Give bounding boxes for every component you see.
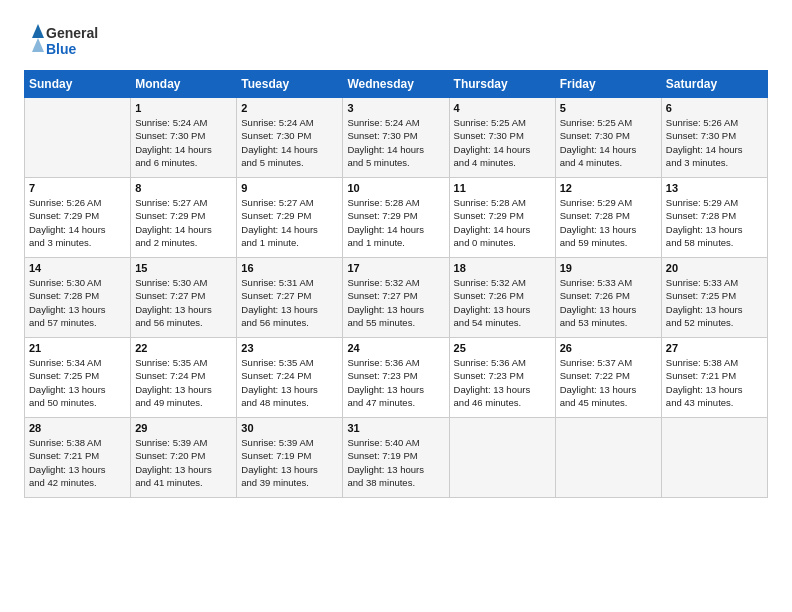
calendar-cell: 6Sunrise: 5:26 AM Sunset: 7:30 PM Daylig… bbox=[661, 98, 767, 178]
day-info: Sunrise: 5:35 AM Sunset: 7:24 PM Dayligh… bbox=[241, 356, 338, 409]
calendar-cell: 5Sunrise: 5:25 AM Sunset: 7:30 PM Daylig… bbox=[555, 98, 661, 178]
calendar-week-row: 7Sunrise: 5:26 AM Sunset: 7:29 PM Daylig… bbox=[25, 178, 768, 258]
day-info: Sunrise: 5:33 AM Sunset: 7:25 PM Dayligh… bbox=[666, 276, 763, 329]
calendar-cell: 19Sunrise: 5:33 AM Sunset: 7:26 PM Dayli… bbox=[555, 258, 661, 338]
calendar-cell: 22Sunrise: 5:35 AM Sunset: 7:24 PM Dayli… bbox=[131, 338, 237, 418]
day-number: 23 bbox=[241, 342, 338, 354]
calendar-cell: 17Sunrise: 5:32 AM Sunset: 7:27 PM Dayli… bbox=[343, 258, 449, 338]
day-info: Sunrise: 5:32 AM Sunset: 7:27 PM Dayligh… bbox=[347, 276, 444, 329]
day-info: Sunrise: 5:30 AM Sunset: 7:28 PM Dayligh… bbox=[29, 276, 126, 329]
calendar-body: 1Sunrise: 5:24 AM Sunset: 7:30 PM Daylig… bbox=[25, 98, 768, 498]
day-number: 22 bbox=[135, 342, 232, 354]
calendar-cell: 25Sunrise: 5:36 AM Sunset: 7:23 PM Dayli… bbox=[449, 338, 555, 418]
weekday-header-cell: Wednesday bbox=[343, 71, 449, 98]
logo: General Blue bbox=[24, 20, 114, 60]
day-number: 5 bbox=[560, 102, 657, 114]
weekday-header-row: SundayMondayTuesdayWednesdayThursdayFrid… bbox=[25, 71, 768, 98]
header: General Blue bbox=[24, 20, 768, 60]
calendar-cell: 8Sunrise: 5:27 AM Sunset: 7:29 PM Daylig… bbox=[131, 178, 237, 258]
calendar-cell: 29Sunrise: 5:39 AM Sunset: 7:20 PM Dayli… bbox=[131, 418, 237, 498]
day-number: 4 bbox=[454, 102, 551, 114]
calendar-cell: 12Sunrise: 5:29 AM Sunset: 7:28 PM Dayli… bbox=[555, 178, 661, 258]
day-number: 20 bbox=[666, 262, 763, 274]
day-number: 14 bbox=[29, 262, 126, 274]
day-number: 28 bbox=[29, 422, 126, 434]
day-number: 18 bbox=[454, 262, 551, 274]
day-number: 27 bbox=[666, 342, 763, 354]
day-info: Sunrise: 5:38 AM Sunset: 7:21 PM Dayligh… bbox=[666, 356, 763, 409]
day-number: 29 bbox=[135, 422, 232, 434]
day-number: 26 bbox=[560, 342, 657, 354]
day-number: 8 bbox=[135, 182, 232, 194]
day-number: 24 bbox=[347, 342, 444, 354]
weekday-header-cell: Monday bbox=[131, 71, 237, 98]
day-info: Sunrise: 5:29 AM Sunset: 7:28 PM Dayligh… bbox=[666, 196, 763, 249]
day-info: Sunrise: 5:25 AM Sunset: 7:30 PM Dayligh… bbox=[560, 116, 657, 169]
day-number: 1 bbox=[135, 102, 232, 114]
day-number: 7 bbox=[29, 182, 126, 194]
day-info: Sunrise: 5:28 AM Sunset: 7:29 PM Dayligh… bbox=[347, 196, 444, 249]
calendar-week-row: 21Sunrise: 5:34 AM Sunset: 7:25 PM Dayli… bbox=[25, 338, 768, 418]
day-number: 11 bbox=[454, 182, 551, 194]
calendar-cell bbox=[661, 418, 767, 498]
svg-text:General: General bbox=[46, 25, 98, 41]
calendar-cell: 26Sunrise: 5:37 AM Sunset: 7:22 PM Dayli… bbox=[555, 338, 661, 418]
day-number: 15 bbox=[135, 262, 232, 274]
day-number: 31 bbox=[347, 422, 444, 434]
day-number: 19 bbox=[560, 262, 657, 274]
calendar-cell bbox=[555, 418, 661, 498]
day-info: Sunrise: 5:29 AM Sunset: 7:28 PM Dayligh… bbox=[560, 196, 657, 249]
calendar-cell: 27Sunrise: 5:38 AM Sunset: 7:21 PM Dayli… bbox=[661, 338, 767, 418]
svg-marker-2 bbox=[32, 24, 44, 38]
day-info: Sunrise: 5:27 AM Sunset: 7:29 PM Dayligh… bbox=[135, 196, 232, 249]
day-number: 17 bbox=[347, 262, 444, 274]
calendar-cell: 18Sunrise: 5:32 AM Sunset: 7:26 PM Dayli… bbox=[449, 258, 555, 338]
calendar-cell: 16Sunrise: 5:31 AM Sunset: 7:27 PM Dayli… bbox=[237, 258, 343, 338]
day-info: Sunrise: 5:30 AM Sunset: 7:27 PM Dayligh… bbox=[135, 276, 232, 329]
day-info: Sunrise: 5:25 AM Sunset: 7:30 PM Dayligh… bbox=[454, 116, 551, 169]
calendar-cell: 13Sunrise: 5:29 AM Sunset: 7:28 PM Dayli… bbox=[661, 178, 767, 258]
calendar-cell: 31Sunrise: 5:40 AM Sunset: 7:19 PM Dayli… bbox=[343, 418, 449, 498]
calendar-cell: 20Sunrise: 5:33 AM Sunset: 7:25 PM Dayli… bbox=[661, 258, 767, 338]
calendar-cell: 1Sunrise: 5:24 AM Sunset: 7:30 PM Daylig… bbox=[131, 98, 237, 178]
day-info: Sunrise: 5:26 AM Sunset: 7:30 PM Dayligh… bbox=[666, 116, 763, 169]
calendar-cell: 15Sunrise: 5:30 AM Sunset: 7:27 PM Dayli… bbox=[131, 258, 237, 338]
calendar-cell: 9Sunrise: 5:27 AM Sunset: 7:29 PM Daylig… bbox=[237, 178, 343, 258]
calendar-cell: 21Sunrise: 5:34 AM Sunset: 7:25 PM Dayli… bbox=[25, 338, 131, 418]
calendar-cell: 11Sunrise: 5:28 AM Sunset: 7:29 PM Dayli… bbox=[449, 178, 555, 258]
logo-svg: General Blue bbox=[24, 20, 114, 60]
day-info: Sunrise: 5:24 AM Sunset: 7:30 PM Dayligh… bbox=[347, 116, 444, 169]
day-info: Sunrise: 5:40 AM Sunset: 7:19 PM Dayligh… bbox=[347, 436, 444, 489]
calendar-week-row: 1Sunrise: 5:24 AM Sunset: 7:30 PM Daylig… bbox=[25, 98, 768, 178]
day-number: 6 bbox=[666, 102, 763, 114]
calendar-cell bbox=[25, 98, 131, 178]
svg-text:Blue: Blue bbox=[46, 41, 77, 57]
calendar-week-row: 28Sunrise: 5:38 AM Sunset: 7:21 PM Dayli… bbox=[25, 418, 768, 498]
day-info: Sunrise: 5:35 AM Sunset: 7:24 PM Dayligh… bbox=[135, 356, 232, 409]
day-info: Sunrise: 5:32 AM Sunset: 7:26 PM Dayligh… bbox=[454, 276, 551, 329]
day-info: Sunrise: 5:36 AM Sunset: 7:23 PM Dayligh… bbox=[454, 356, 551, 409]
day-number: 30 bbox=[241, 422, 338, 434]
calendar-week-row: 14Sunrise: 5:30 AM Sunset: 7:28 PM Dayli… bbox=[25, 258, 768, 338]
day-info: Sunrise: 5:24 AM Sunset: 7:30 PM Dayligh… bbox=[135, 116, 232, 169]
weekday-header-cell: Friday bbox=[555, 71, 661, 98]
weekday-header-cell: Thursday bbox=[449, 71, 555, 98]
day-number: 21 bbox=[29, 342, 126, 354]
calendar-cell: 3Sunrise: 5:24 AM Sunset: 7:30 PM Daylig… bbox=[343, 98, 449, 178]
day-info: Sunrise: 5:33 AM Sunset: 7:26 PM Dayligh… bbox=[560, 276, 657, 329]
day-info: Sunrise: 5:31 AM Sunset: 7:27 PM Dayligh… bbox=[241, 276, 338, 329]
day-number: 12 bbox=[560, 182, 657, 194]
day-info: Sunrise: 5:39 AM Sunset: 7:19 PM Dayligh… bbox=[241, 436, 338, 489]
day-number: 2 bbox=[241, 102, 338, 114]
calendar-table: SundayMondayTuesdayWednesdayThursdayFrid… bbox=[24, 70, 768, 498]
calendar-cell: 30Sunrise: 5:39 AM Sunset: 7:19 PM Dayli… bbox=[237, 418, 343, 498]
calendar-cell: 7Sunrise: 5:26 AM Sunset: 7:29 PM Daylig… bbox=[25, 178, 131, 258]
day-number: 10 bbox=[347, 182, 444, 194]
weekday-header-cell: Sunday bbox=[25, 71, 131, 98]
day-info: Sunrise: 5:28 AM Sunset: 7:29 PM Dayligh… bbox=[454, 196, 551, 249]
day-info: Sunrise: 5:38 AM Sunset: 7:21 PM Dayligh… bbox=[29, 436, 126, 489]
weekday-header-cell: Tuesday bbox=[237, 71, 343, 98]
day-info: Sunrise: 5:26 AM Sunset: 7:29 PM Dayligh… bbox=[29, 196, 126, 249]
calendar-cell: 14Sunrise: 5:30 AM Sunset: 7:28 PM Dayli… bbox=[25, 258, 131, 338]
calendar-cell: 4Sunrise: 5:25 AM Sunset: 7:30 PM Daylig… bbox=[449, 98, 555, 178]
